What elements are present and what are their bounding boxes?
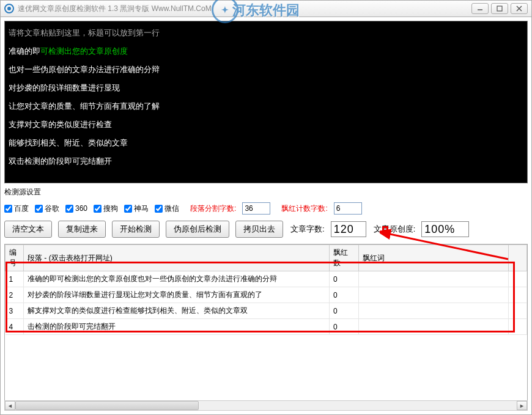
word-count-value[interactable]	[331, 221, 366, 237]
split-count-input[interactable]	[242, 202, 270, 215]
cell-segment: 对抄袭的阶段详细数量进行显现让您对文章的质量、细节方面有直观的了	[24, 287, 330, 303]
svg-point-1	[7, 7, 11, 10]
source-baidu[interactable]: 百度	[4, 204, 29, 214]
source-sogou[interactable]: 搜狗	[94, 204, 118, 214]
svg-rect-3	[497, 6, 502, 11]
copy-out-button[interactable]: 拷贝出去	[235, 221, 283, 238]
titlebar: 速优网文章原创度检测软件 1.3 黑洞专版 Www.NullTM.CoM	[0, 0, 532, 17]
start-detect-button[interactable]: 开始检测	[112, 221, 160, 238]
minimize-button[interactable]	[471, 3, 489, 14]
cell-id: 3	[6, 303, 24, 319]
button-row: 清空文本 复制进来 开始检测 伪原创后检测 拷贝出去 文章字数: 文章原创度:	[4, 221, 528, 238]
originality-value[interactable]	[421, 221, 469, 237]
cell-segment: 解支撑对文章的类似度进行检查能够找到相关、附近、类似的文章双	[24, 303, 330, 319]
cell-id: 1	[6, 271, 24, 287]
maximize-button[interactable]	[491, 3, 508, 14]
red-count-label: 飘红计数字数:	[281, 204, 327, 214]
cell-redwords	[359, 271, 509, 287]
results-table[interactable]: 编号 段落 - (双击表格打开网址) 飘红数 飘红词 1准确的即可检测出您的文章…	[5, 244, 527, 335]
source-shenma-checkbox[interactable]	[124, 205, 132, 213]
table-row[interactable]: 2对抄袭的阶段详细数量进行显现让您对文章的质量、细节方面有直观的了0	[6, 287, 527, 303]
scroll-thumb[interactable]	[15, 401, 199, 410]
source-google-checkbox[interactable]	[35, 205, 43, 213]
cell-segment: 击检测的阶段即可完结翻开	[24, 319, 330, 335]
app-icon	[4, 4, 14, 13]
source-settings-label: 检测源设置	[4, 187, 528, 197]
col-spare	[509, 245, 527, 271]
col-segment-header[interactable]: 段落 - (双击表格打开网址)	[24, 245, 330, 271]
source-shenma[interactable]: 神马	[124, 204, 149, 214]
scroll-track[interactable]	[15, 401, 517, 410]
source-wechat[interactable]: 微信	[155, 204, 179, 214]
cell-id: 4	[6, 319, 24, 335]
cell-redcount: 0	[330, 271, 359, 287]
window-title: 速优网文章原创度检测软件 1.3 黑洞专版 Www.NullTM.CoM	[18, 4, 471, 14]
word-count-label: 文章字数:	[290, 224, 325, 235]
cell-id: 2	[6, 287, 24, 303]
source-google[interactable]: 谷歌	[35, 204, 59, 214]
split-count-label: 段落分割字数:	[190, 204, 236, 214]
cell-redwords	[359, 319, 509, 335]
horizontal-scrollbar[interactable]: ◄ ►	[4, 400, 528, 411]
source-sogou-checkbox[interactable]	[94, 205, 102, 213]
table-row[interactable]: 3解支撑对文章的类似度进行检查能够找到相关、附近、类似的文章双0	[6, 303, 527, 319]
source-360-checkbox[interactable]	[65, 205, 73, 213]
source-row: 百度 谷歌 360 搜狗 神马 微信 段落分割字数: 飘红计数字数:	[4, 202, 528, 215]
scroll-right-icon[interactable]: ►	[517, 401, 527, 410]
table-row[interactable]: 4击检测的阶段即可完结翻开0	[6, 319, 527, 335]
source-wechat-checkbox[interactable]	[155, 205, 163, 213]
cell-redwords	[359, 287, 509, 303]
col-id-header[interactable]: 编号	[6, 245, 24, 271]
cell-redcount: 0	[330, 287, 359, 303]
window-controls	[471, 3, 528, 14]
cell-redcount: 0	[330, 303, 359, 319]
editor-placeholder: 请将文章粘贴到这里，标题可以放到第一行	[9, 28, 160, 37]
pseudo-detect-button[interactable]: 伪原创后检测	[166, 221, 229, 238]
scroll-left-icon[interactable]: ◄	[5, 401, 15, 410]
clear-text-button[interactable]: 清空文本	[4, 221, 52, 238]
col-redwords-header[interactable]: 飘红词	[359, 245, 509, 271]
article-editor[interactable]: 请将文章粘贴到这里，标题可以放到第一行 准确的即可检测出您的文章原创度 也对一些…	[4, 21, 528, 183]
source-baidu-checkbox[interactable]	[4, 205, 12, 213]
paste-in-button[interactable]: 复制进来	[58, 221, 106, 238]
red-count-input[interactable]	[334, 202, 362, 215]
originality-label: 文章原创度:	[374, 224, 416, 235]
close-button[interactable]	[511, 3, 528, 14]
cell-segment: 准确的即可检测出您的文章原创度也对一些伪原创的文章办法进行准确的分辩	[24, 271, 330, 287]
cell-redcount: 0	[330, 319, 359, 335]
col-redcount-header[interactable]: 飘红数	[330, 245, 359, 271]
table-row[interactable]: 1准确的即可检测出您的文章原创度也对一些伪原创的文章办法进行准确的分辩0	[6, 271, 527, 287]
cell-redwords	[359, 303, 509, 319]
results-table-wrap: 编号 段落 - (双击表格打开网址) 飘红数 飘红词 1准确的即可检测出您的文章…	[4, 244, 528, 404]
source-360[interactable]: 360	[65, 204, 87, 213]
